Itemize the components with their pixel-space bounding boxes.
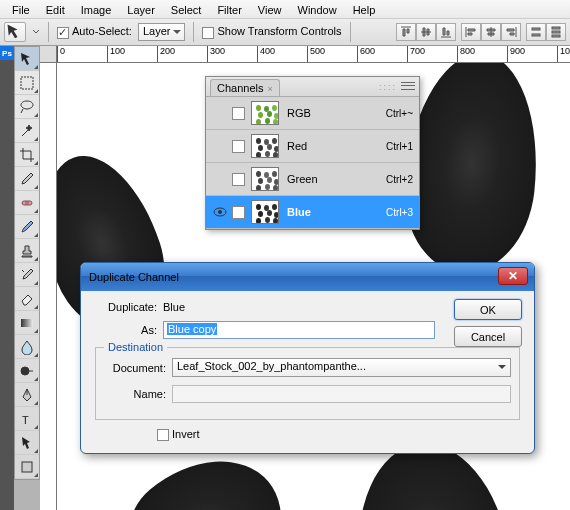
align-bottom-icon[interactable] — [436, 23, 456, 41]
eraser-tool[interactable] — [15, 287, 39, 311]
align-top-icon[interactable] — [396, 23, 416, 41]
destination-legend: Destination — [104, 341, 167, 353]
dist-2-icon[interactable] — [546, 23, 566, 41]
visibility-icon[interactable] — [212, 105, 228, 121]
as-input[interactable]: Blue copy — [163, 321, 435, 339]
align-left-icon[interactable] — [461, 23, 481, 41]
name-label: Name: — [104, 388, 166, 400]
app-frame-left: Ps — [0, 46, 14, 510]
move-tool-preset[interactable] — [4, 22, 26, 42]
dist-1-icon[interactable] — [526, 23, 546, 41]
channel-name: RGB — [287, 107, 311, 119]
visibility-icon[interactable] — [212, 171, 228, 187]
menu-image[interactable]: Image — [73, 2, 120, 16]
channels-panel: Channels× :::: RGBCtrl+~RedCtrl+1GreenCt… — [205, 76, 420, 230]
channel-name: Green — [287, 173, 318, 185]
svg-rect-5 — [21, 77, 33, 89]
marquee-tool[interactable] — [15, 71, 39, 95]
show-transform-checkbox[interactable]: Show Transform Controls — [202, 25, 341, 38]
ruler-vertical[interactable] — [40, 63, 57, 510]
dialog-titlebar[interactable]: Duplicate Channel ✕ — [81, 263, 534, 291]
auto-select-checkbox[interactable]: Auto-Select: — [57, 25, 132, 38]
channel-checkbox[interactable] — [232, 173, 245, 186]
svg-point-8 — [21, 367, 29, 375]
crop-tool[interactable] — [15, 143, 39, 167]
visibility-icon[interactable] — [212, 138, 228, 154]
pen-tool[interactable] — [15, 383, 39, 407]
blur-tool[interactable] — [15, 335, 39, 359]
stamp-tool[interactable] — [15, 239, 39, 263]
svg-rect-0 — [532, 28, 540, 30]
menu-file[interactable]: File — [4, 2, 38, 16]
menu-layer[interactable]: Layer — [119, 2, 163, 16]
ruler-tick: 700 — [407, 46, 457, 62]
channel-shortcut: Ctrl+~ — [386, 108, 413, 119]
shape-tool[interactable] — [15, 455, 39, 479]
ruler-tick: 300 — [207, 46, 257, 62]
ok-button[interactable]: OK — [454, 299, 522, 320]
move-tool[interactable] — [15, 47, 39, 71]
path-select-tool[interactable] — [15, 431, 39, 455]
channels-tab[interactable]: Channels× — [210, 79, 280, 96]
chevron-down-icon[interactable] — [32, 28, 40, 36]
channel-checkbox[interactable] — [232, 140, 245, 153]
heal-tool[interactable] — [15, 191, 39, 215]
ruler-tick: 800 — [457, 46, 507, 62]
channel-checkbox[interactable] — [232, 107, 245, 120]
channel-thumbnail — [251, 200, 279, 224]
panel-grip-icon[interactable]: :::: — [379, 82, 397, 92]
document-dropdown[interactable]: Leaf_Stock_002_by_phantompanthe... — [172, 358, 511, 377]
channel-thumbnail — [251, 101, 279, 125]
gradient-tool[interactable] — [15, 311, 39, 335]
channel-checkbox[interactable] — [232, 206, 245, 219]
type-tool[interactable]: T — [15, 407, 39, 431]
channel-thumbnail — [251, 134, 279, 158]
svg-rect-2 — [552, 27, 560, 29]
svg-text:T: T — [22, 414, 29, 426]
menu-edit[interactable]: Edit — [38, 2, 73, 16]
channel-row-green[interactable]: GreenCtrl+2 — [206, 163, 419, 196]
channel-shortcut: Ctrl+3 — [386, 207, 413, 218]
as-label: As: — [95, 324, 157, 336]
cancel-button[interactable]: Cancel — [454, 326, 522, 347]
align-right-icon[interactable] — [501, 23, 521, 41]
invert-checkbox[interactable]: Invert — [157, 428, 200, 441]
align-hcenter-icon[interactable] — [481, 23, 501, 41]
invert-label: Invert — [172, 428, 200, 440]
channels-panel-header[interactable]: Channels× :::: — [206, 77, 419, 97]
lasso-tool[interactable] — [15, 95, 39, 119]
panel-menu-icon[interactable] — [401, 81, 415, 91]
svg-rect-10 — [22, 462, 32, 472]
wand-tool[interactable] — [15, 119, 39, 143]
channel-row-red[interactable]: RedCtrl+1 — [206, 130, 419, 163]
menu-view[interactable]: View — [250, 2, 290, 16]
menu-help[interactable]: Help — [345, 2, 384, 16]
channel-name: Blue — [287, 206, 311, 218]
menu-select[interactable]: Select — [163, 2, 210, 16]
eyedropper-tool[interactable] — [15, 167, 39, 191]
align-buttons — [396, 23, 566, 41]
visibility-icon[interactable] — [212, 204, 228, 220]
align-vcenter-icon[interactable] — [416, 23, 436, 41]
brush-tool[interactable] — [15, 215, 39, 239]
svg-rect-1 — [532, 34, 540, 36]
menu-bar: FileEditImageLayerSelectFilterViewWindow… — [0, 0, 570, 19]
dodge-tool[interactable] — [15, 359, 39, 383]
duplicate-channel-dialog: Duplicate Channel ✕ OK Cancel Duplicate:… — [80, 262, 535, 454]
svg-point-12 — [218, 210, 222, 214]
ruler-horizontal[interactable]: 0100200300400500600700800900100011001200… — [57, 46, 570, 63]
menu-filter[interactable]: Filter — [209, 2, 249, 16]
channel-thumbnail — [251, 167, 279, 191]
channel-row-blue[interactable]: BlueCtrl+3 — [206, 196, 419, 229]
duplicate-value: Blue — [163, 301, 185, 313]
history-brush-tool[interactable] — [15, 263, 39, 287]
ps-logo: Ps — [0, 46, 14, 60]
auto-select-dropdown[interactable]: Layer — [138, 23, 186, 41]
channel-shortcut: Ctrl+2 — [386, 174, 413, 185]
close-icon[interactable]: × — [267, 84, 272, 94]
close-button[interactable]: ✕ — [498, 267, 528, 285]
ruler-tick: 500 — [307, 46, 357, 62]
menu-window[interactable]: Window — [290, 2, 345, 16]
channel-row-rgb[interactable]: RGBCtrl+~ — [206, 97, 419, 130]
ruler-tick: 100 — [107, 46, 157, 62]
